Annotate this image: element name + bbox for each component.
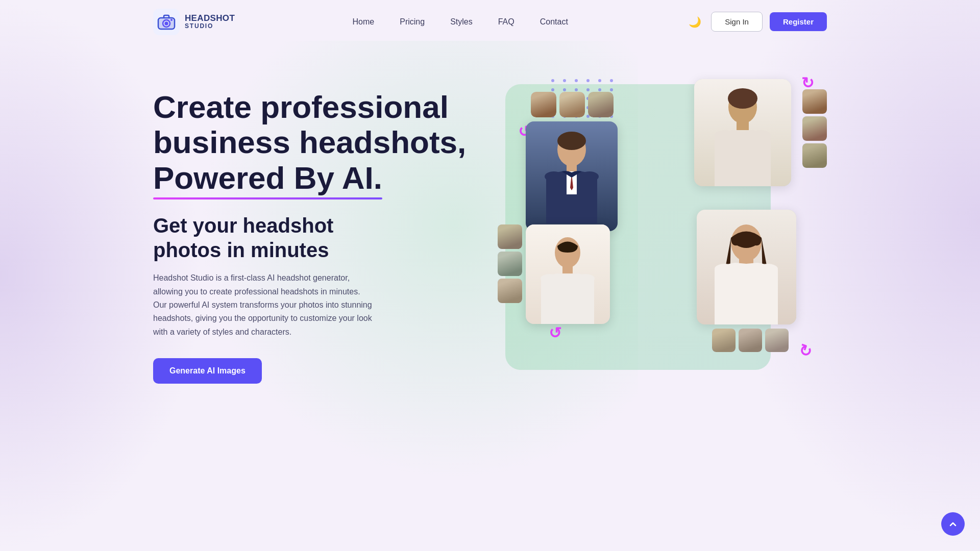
signin-button[interactable]: Sign In bbox=[711, 12, 763, 32]
arrow-bottom-left: ↺ bbox=[549, 324, 561, 342]
svg-point-21 bbox=[541, 274, 559, 283]
nav-item-styles[interactable]: Styles bbox=[450, 17, 473, 27]
main-content: Create professional business headshots, … bbox=[0, 43, 980, 384]
hero-text: Create professional business headshots, … bbox=[153, 74, 500, 384]
hero-description: Headshot Studio is a first-class AI head… bbox=[153, 271, 373, 339]
svg-rect-16 bbox=[737, 121, 749, 130]
hero-images: ↺ bbox=[500, 69, 827, 375]
nav-item-faq[interactable]: FAQ bbox=[498, 17, 514, 27]
female-ai-photo-card bbox=[697, 210, 796, 324]
svg-point-18 bbox=[750, 130, 771, 140]
svg-point-6 bbox=[170, 19, 173, 21]
theme-toggle-button[interactable]: 🌙 bbox=[685, 13, 704, 31]
nav-link-home[interactable]: Home bbox=[353, 17, 375, 26]
hero-subtitle-line1: Get your headshot bbox=[153, 214, 333, 237]
male-suit-photo-card bbox=[526, 121, 618, 231]
hero-subtitle: Get your headshot photos in minutes bbox=[153, 213, 500, 262]
svg-point-13 bbox=[580, 171, 599, 182]
card-group-top-right: ↺ bbox=[694, 79, 799, 186]
male-casual-photo-card bbox=[694, 79, 791, 186]
navbar: HEADSHOT STUDIO Home Pricing Styles FAQ … bbox=[0, 0, 980, 43]
hero-title-line1: Create professional bbox=[153, 89, 449, 124]
bottom-thumbnail-3 bbox=[765, 329, 789, 352]
hero-title-line2: business headshots, bbox=[153, 124, 466, 160]
nav-link-contact[interactable]: Contact bbox=[540, 17, 568, 26]
nav-item-home[interactable]: Home bbox=[353, 17, 375, 27]
generate-button[interactable]: Generate AI Images bbox=[153, 358, 262, 384]
chevron-up-icon bbox=[948, 519, 958, 529]
right-thumbnail-3 bbox=[802, 143, 827, 168]
nav-item-pricing[interactable]: Pricing bbox=[400, 17, 425, 27]
right-thumbnail-1 bbox=[802, 89, 827, 114]
left-thumbnail-3 bbox=[498, 279, 522, 303]
right-thumbnails bbox=[802, 89, 827, 168]
svg-point-26 bbox=[757, 264, 778, 274]
top-thumbnails bbox=[516, 92, 628, 117]
svg-point-17 bbox=[715, 130, 735, 140]
nav-right: 🌙 Sign In Register bbox=[685, 12, 827, 32]
nav-link-pricing[interactable]: Pricing bbox=[400, 17, 425, 26]
left-thumbnail-1 bbox=[498, 224, 522, 249]
left-thumbnails bbox=[498, 224, 522, 303]
nav-link-faq[interactable]: FAQ bbox=[498, 17, 514, 26]
card-group-bottom-left: ↺ bbox=[526, 224, 610, 324]
bottom-thumbnail-2 bbox=[739, 329, 762, 352]
nav-link-styles[interactable]: Styles bbox=[450, 17, 473, 26]
hero-subtitle-line2: photos in minutes bbox=[153, 239, 329, 261]
bottom-thumbnails bbox=[697, 329, 804, 352]
svg-point-8 bbox=[557, 132, 586, 150]
bottom-thumbnail-1 bbox=[712, 329, 736, 352]
logo-icon bbox=[153, 9, 180, 35]
logo: HEADSHOT STUDIO bbox=[153, 9, 235, 35]
svg-point-5 bbox=[165, 21, 168, 25]
right-thumbnail-2 bbox=[802, 116, 827, 141]
svg-rect-9 bbox=[567, 163, 577, 172]
svg-point-15 bbox=[728, 88, 757, 109]
thumbnail-2 bbox=[559, 92, 585, 117]
svg-rect-20 bbox=[562, 265, 573, 273]
thumbnail-3 bbox=[588, 92, 614, 117]
hero-title: Create professional business headshots, … bbox=[153, 89, 500, 195]
svg-point-22 bbox=[576, 274, 595, 283]
hero-title-powered: Powered By AI. bbox=[153, 160, 382, 195]
female-blouse-photo-card bbox=[526, 224, 610, 324]
register-button[interactable]: Register bbox=[770, 12, 827, 31]
logo-studio-label: STUDIO bbox=[185, 23, 235, 30]
scroll-to-top-button[interactable] bbox=[941, 512, 965, 536]
card-group-top-left: ↺ bbox=[516, 92, 628, 231]
nav-item-contact[interactable]: Contact bbox=[540, 17, 568, 27]
nav-links: Home Pricing Styles FAQ Contact bbox=[353, 17, 568, 27]
svg-point-25 bbox=[715, 264, 735, 274]
card-group-bottom-right: ↺ bbox=[697, 210, 804, 352]
thumbnail-1 bbox=[531, 92, 556, 117]
left-thumbnail-2 bbox=[498, 252, 522, 276]
logo-text: HEADSHOT STUDIO bbox=[185, 14, 235, 30]
logo-headshot-label: HEADSHOT bbox=[185, 14, 235, 23]
svg-point-12 bbox=[545, 171, 563, 182]
